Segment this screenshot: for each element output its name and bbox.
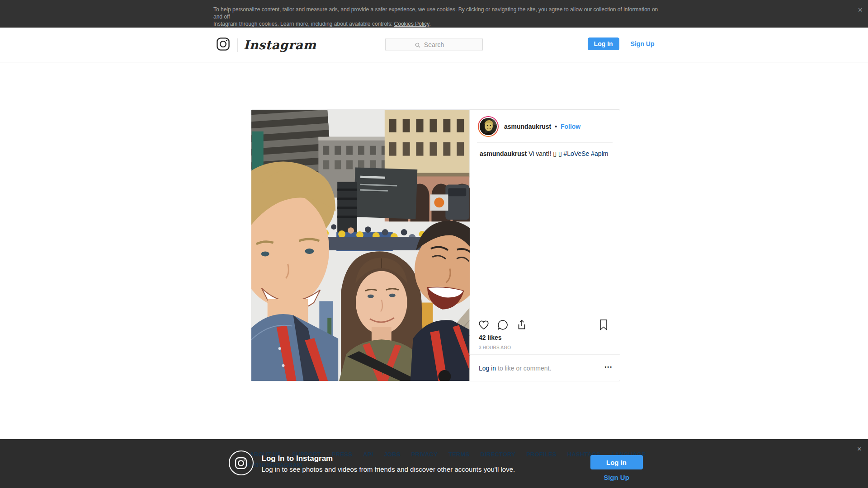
footer-link-press[interactable]: PRESS <box>332 451 352 458</box>
cookie-banner-text: To help personalize content, tailor and … <box>213 6 659 28</box>
bottom-bar-close-icon[interactable]: × <box>857 445 862 454</box>
avatar-image <box>480 118 497 135</box>
bottom-bar-login-button[interactable]: Log In <box>590 455 643 469</box>
instagram-post-page: To help personalize content, tailor and … <box>0 0 868 488</box>
header-login-button[interactable]: Log In <box>588 38 619 50</box>
caption-username[interactable]: asmundaukrust <box>480 150 527 157</box>
avatar[interactable] <box>478 116 499 137</box>
cookie-text-line1: To help personalize content, tailor and … <box>213 6 658 20</box>
panel-divider <box>477 142 613 143</box>
footer-link-terms[interactable]: TERMS <box>448 451 470 458</box>
logo-divider <box>237 38 237 52</box>
hashtag-link-lovese[interactable]: #LoVeSe <box>564 150 590 157</box>
header-auth: Log In Sign Up <box>588 38 655 50</box>
comment-login-link[interactable]: Log in <box>479 365 496 372</box>
search-input[interactable] <box>385 38 483 51</box>
footer-link-privacy[interactable]: PRIVACY <box>411 451 438 458</box>
footer-link-directory[interactable]: DIRECTORY <box>481 451 516 458</box>
bookmark-icon[interactable] <box>598 319 609 333</box>
instagram-glyph-icon <box>229 450 254 475</box>
post-timestamp: 3 HOURS AGO <box>479 345 511 350</box>
login-prompt: Log in to like or comment. <box>479 365 551 372</box>
bottom-bar-title: Log In to Instagram <box>262 454 333 463</box>
footer-link-jobs[interactable]: JOBS <box>384 451 401 458</box>
site-header: Instagram Log In Sign Up <box>0 28 868 62</box>
follow-button[interactable]: Follow <box>561 123 580 130</box>
cookie-banner-close-icon[interactable]: × <box>858 6 863 14</box>
post-username[interactable]: asmundaukrust <box>504 123 551 130</box>
bottom-login-bar: ABOUT US SUPPORT PRESS API JOBS PRIVACY … <box>0 439 868 488</box>
post-actions <box>478 319 535 333</box>
like-heart-icon[interactable] <box>478 319 490 333</box>
more-options-icon[interactable]: ••• <box>604 364 613 370</box>
cookie-text-line2: Instagram through cookies. Learn more, i… <box>213 21 394 27</box>
post-caption: asmundaukrust Vi vant!! ▯ ▯ #LoVeSe #apl… <box>480 150 608 158</box>
cookie-text-period: . <box>429 21 430 27</box>
footer-link-profiles[interactable]: PROFILES <box>526 451 557 458</box>
footer-link-api[interactable]: API <box>363 451 373 458</box>
post-photo[interactable]: N <box>251 110 470 381</box>
cookie-banner: To help personalize content, tailor and … <box>0 0 868 28</box>
post-panel: asmundaukrust • Follow asmundaukrust Vi … <box>470 110 620 381</box>
header-signup-link[interactable]: Sign Up <box>631 40 655 47</box>
comment-login-suffix: to like or comment. <box>496 365 551 372</box>
comment-icon[interactable] <box>497 319 509 333</box>
person-center <box>339 251 424 381</box>
search-box <box>385 38 483 51</box>
username-follow-separator: • <box>555 123 557 130</box>
person-left <box>251 162 338 381</box>
likes-count[interactable]: 42 likes <box>479 334 502 341</box>
post-card: N <box>251 109 620 381</box>
comment-row: Log in to like or comment. ••• <box>470 354 620 381</box>
share-icon[interactable] <box>516 319 528 333</box>
hashtag-link-aplm[interactable]: #aplm <box>591 150 608 157</box>
camera-icon <box>216 37 231 53</box>
bottom-bar-subtitle: Log in to see photos and videos from fri… <box>262 465 515 473</box>
instagram-logo[interactable]: Instagram <box>216 37 316 53</box>
instagram-wordmark: Instagram <box>244 38 316 52</box>
cookies-policy-link[interactable]: Cookies Policy <box>394 21 429 27</box>
bottom-bar-signup-link[interactable]: Sign Up <box>590 474 643 481</box>
caption-text: Vi vant!! ▯ ▯ <box>528 150 562 157</box>
